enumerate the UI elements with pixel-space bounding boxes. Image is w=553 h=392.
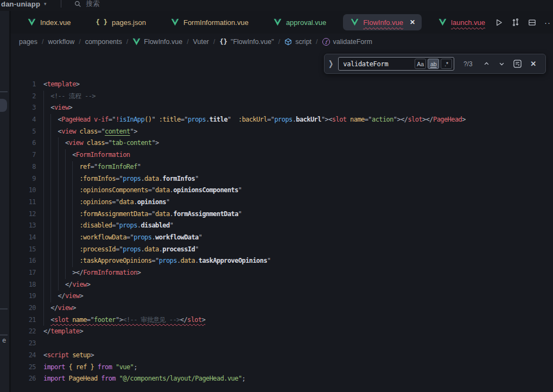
code-line[interactable]: 10 :opinionsComponents="data.opinionsCom… [11, 185, 553, 197]
code-line[interactable]: 16 :taskApproveOpinions="props.data.task… [11, 255, 553, 267]
indent-guide [58, 279, 59, 291]
tab-flowinfo-vue[interactable]: FlowInfo.vue✕ [343, 14, 422, 30]
indent-guide [43, 232, 44, 244]
tab-label: FormInformation.vue [183, 18, 249, 27]
code-line[interactable]: 21 <slot name="footer"><!-- 审批意见 --></sl… [11, 314, 553, 326]
code-line[interactable]: 20 </view> [11, 302, 553, 314]
line-number: 16 [11, 255, 36, 267]
line-number: 1 [11, 79, 36, 91]
code-line[interactable]: 2 <!-- 流程 --> [11, 91, 553, 103]
vue-icon [28, 18, 36, 26]
code-line[interactable]: 6 <view class="tab-content"> [11, 137, 553, 149]
indent-guide [50, 173, 51, 185]
indent-guide [58, 244, 59, 256]
code-line[interactable]: 8 ref="formInfoRef" [11, 161, 553, 173]
breadcrumb-separator: / [316, 38, 317, 46]
code-line[interactable]: 4 <PageHead v-if="!isInApp()" :title="pr… [11, 114, 553, 126]
breadcrumb-item[interactable]: fvalidateForm [322, 38, 372, 46]
previous-match-icon[interactable] [484, 61, 490, 67]
breadcrumb-item[interactable]: FlowInfo.vue [132, 38, 182, 46]
code-line[interactable]: 12 :formAssignmentData="data.formAssignm… [11, 208, 553, 220]
vue-icon [171, 18, 179, 26]
project-menu[interactable]: dan-uniapp [1, 0, 40, 8]
rail-handle[interactable] [0, 99, 7, 112]
code-line[interactable]: 13 :disabled="props.disabled" [11, 220, 553, 232]
run-icon[interactable] [495, 18, 503, 27]
code-line[interactable]: 17 ></FormInformation> [11, 267, 553, 279]
code-line[interactable]: 26import PageHead from "@/components/lay… [11, 373, 553, 385]
divider [61, 0, 61, 8]
breadcrumb: pages/workflow/components/FlowInfo.vue/V… [11, 34, 553, 50]
breadcrumb-item[interactable]: workflow [48, 38, 75, 46]
breadcrumb-item[interactable]: Vuter [193, 38, 209, 46]
tab-forminformation-vue[interactable]: FormInformation.vue [158, 11, 261, 34]
indent-guide [43, 267, 44, 279]
line-number: 10 [11, 185, 36, 197]
line-number: 3 [11, 102, 36, 114]
indent-guide [43, 102, 44, 114]
indent-guide [58, 208, 59, 220]
breadcrumb-item[interactable]: script [284, 38, 312, 46]
indent-guide [72, 244, 73, 256]
code-line[interactable]: 9 :formInfos="props.data.formInfos" [11, 173, 553, 185]
code-line[interactable]: 11 :opinions="data.opinions" [11, 197, 553, 208]
line-number: 6 [11, 137, 36, 149]
rail-cut-text: e [2, 337, 6, 344]
indent-guide [50, 220, 51, 232]
tab-index-vue[interactable]: Index.vue [15, 11, 83, 34]
more-actions-icon[interactable]: ··· [544, 18, 551, 27]
breadcrumb-item[interactable]: components [85, 38, 122, 46]
breadcrumb-label: FlowInfo.vue [144, 38, 182, 46]
find-toggles: Aa ab .* [415, 59, 454, 69]
code-line[interactable]: 24<script setup> [11, 350, 553, 362]
compare-changes-icon[interactable] [511, 18, 520, 27]
code-line[interactable]: 25import { ref } from "vue"; [11, 362, 553, 374]
side-rail[interactable]: e [0, 11, 11, 392]
rail-divider [0, 308, 8, 309]
title-bar: dan-uniapp ▾ 搜索 [0, 0, 553, 11]
close-icon[interactable]: ✕ [410, 18, 415, 26]
toggle-replace-icon[interactable]: ❯ [328, 59, 333, 68]
tab-label: Index.vue [40, 18, 71, 27]
regex-toggle[interactable]: .* [441, 59, 452, 69]
code-line[interactable]: 1<template> [11, 79, 553, 91]
code-line[interactable]: 22</template> [11, 326, 553, 338]
code-line[interactable]: 3 <view> [11, 102, 553, 114]
indent-guide [58, 197, 59, 208]
tab-label: approval.vue [286, 18, 326, 27]
tab-approval-vue[interactable]: approval.vue [261, 11, 339, 34]
match-case-toggle[interactable]: Aa [415, 59, 426, 69]
close-icon[interactable]: ✕ [530, 60, 536, 68]
line-number: 17 [11, 267, 36, 279]
indent-guide [50, 279, 51, 291]
indent-guide [72, 161, 73, 173]
code-line[interactable]: 18 </view> [11, 279, 553, 291]
breadcrumb-item[interactable]: {}"FlowInfo.vue" [220, 38, 274, 46]
code-area[interactable]: 1<template>2 <!-- 流程 -->3 <view>4 <PageH… [11, 79, 553, 392]
indent-guide [50, 114, 51, 126]
code-line[interactable]: 14 :workflowData="props.workflowData" [11, 232, 553, 244]
find-query[interactable]: validateForm [343, 60, 388, 68]
code-line[interactable]: 5 <view class="content"> [11, 126, 553, 138]
tab-pages-json[interactable]: { }pages.json [83, 11, 158, 34]
next-match-icon[interactable] [499, 61, 505, 67]
whole-word-toggle[interactable]: ab [428, 59, 439, 69]
indent-guide [72, 173, 73, 185]
split-editor-icon[interactable] [528, 18, 536, 27]
indent-guide [43, 208, 44, 220]
indent-guide [72, 255, 73, 267]
find-in-selection-icon[interactable] [513, 59, 522, 68]
tab-launch-vue[interactable]: launch.vue [426, 11, 498, 34]
indent-guide [43, 114, 44, 126]
code-line[interactable]: 15 :processId="props.data.processId" [11, 244, 553, 256]
code-line[interactable]: 19 </view> [11, 290, 553, 302]
code-line[interactable]: 23 [11, 338, 553, 350]
indent-guide [50, 149, 51, 161]
indent-guide [58, 161, 59, 173]
indent-guide [72, 197, 73, 208]
code-line[interactable]: 7 <FormInformation [11, 149, 553, 161]
vue-icon [351, 18, 359, 26]
breadcrumb-item[interactable]: pages [19, 38, 37, 46]
global-search[interactable]: 搜索 [74, 0, 100, 9]
find-input[interactable]: validateForm Aa ab .* [338, 57, 454, 71]
